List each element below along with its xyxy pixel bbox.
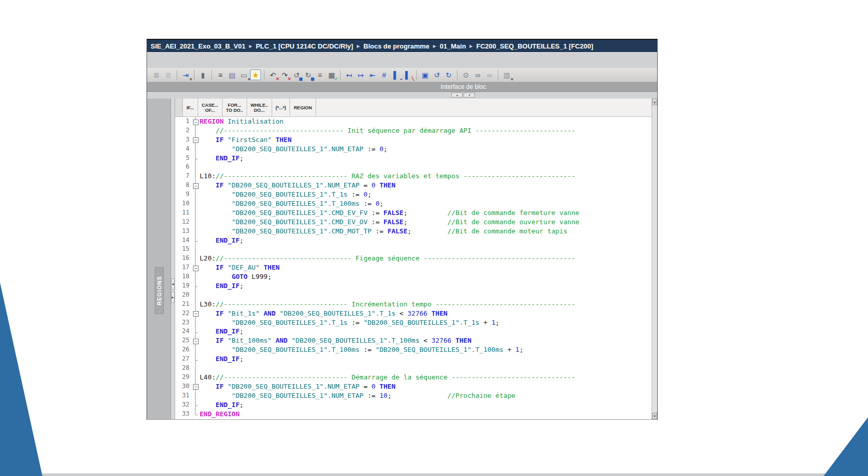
code-line[interactable]: 15 bbox=[175, 245, 652, 254]
code-line[interactable]: 30 IF "DB200_SEQ_BOUTEILLES_1".NUM_ETAP … bbox=[175, 382, 652, 391]
scl-code-editor[interactable]: 1REGION Initialisation2 //--------------… bbox=[175, 117, 652, 419]
code-line[interactable]: 14 END_IF; bbox=[175, 236, 652, 245]
code-line[interactable]: 2 //------------------------------ Init … bbox=[175, 126, 652, 135]
code-line[interactable]: 16L20://--------------------------------… bbox=[175, 254, 652, 263]
snippet-tab-label: WHILE.. bbox=[251, 103, 268, 108]
fold-toggle[interactable] bbox=[191, 336, 200, 345]
redo-icon[interactable]: ↷✕ bbox=[279, 69, 290, 80]
code-line[interactable]: 4 "DB200_SEQ_BOUTEILLES_1".NUM_ETAP := 0… bbox=[175, 145, 652, 154]
code-line[interactable]: 23 "DB200_SEQ_BOUTEILLES_1".T_1s := "DB2… bbox=[175, 318, 652, 327]
snippet-tab-case-of[interactable]: CASE...OF... bbox=[198, 99, 223, 116]
breadcrumb-item[interactable]: SIE_AEI_2021_Exo_03_B_V01 bbox=[151, 42, 246, 50]
snippet-tab-for-to-do[interactable]: FOR...TO DO.. bbox=[223, 99, 247, 116]
code-token: 0 bbox=[379, 145, 383, 153]
monitor-off-icon[interactable]: ∞ bbox=[484, 69, 495, 80]
outdent-icon[interactable]: ⇤ bbox=[367, 69, 378, 80]
compare-icon-glyph: ≡ bbox=[318, 72, 322, 79]
line-number: 4 bbox=[175, 145, 191, 154]
fold-toggle[interactable] bbox=[191, 263, 200, 272]
code-line[interactable]: 13 "DB200_SEQ_BOUTEILLES_1".CMD_MOT_TP :… bbox=[175, 227, 652, 236]
code-line[interactable]: 6 bbox=[175, 162, 652, 172]
breadcrumb-item[interactable]: Blocs de programme bbox=[364, 42, 429, 50]
fold-toggle[interactable] bbox=[191, 135, 200, 145]
snippet-tab-region[interactable]: REGION bbox=[290, 99, 316, 116]
insert-network-icon[interactable]: ≣ bbox=[151, 69, 162, 80]
fold-toggle[interactable] bbox=[191, 181, 200, 190]
sidebar-splitter[interactable]: ◀ ▶ bbox=[171, 99, 175, 419]
network-list-icon[interactable]: ≡ bbox=[215, 69, 226, 80]
unindent-icon[interactable]: ↤ bbox=[344, 69, 354, 80]
code-line[interactable]: 21L30://------------------------------- … bbox=[175, 300, 652, 309]
insert-row-icon[interactable]: ⇥± bbox=[180, 69, 191, 80]
next-error-icon[interactable]: ↻ bbox=[443, 69, 454, 80]
code-line[interactable]: 9 "DB200_SEQ_BOUTEILLES_1".T_1s := 0; bbox=[175, 190, 652, 199]
snippet-tab-comment[interactable]: (*...*) bbox=[272, 99, 291, 116]
regions-panel-tab[interactable]: REGIONS bbox=[155, 267, 164, 314]
code-line[interactable]: 29L40://------------------------------- … bbox=[175, 373, 652, 382]
code-token: "Bit_1s" bbox=[228, 310, 260, 317]
code-line[interactable]: 25 IF "Bit_100ms" AND "DB200_SEQ_BOUTEIL… bbox=[175, 336, 652, 345]
snippet-tab-while-do[interactable]: WHILE..DO... bbox=[247, 99, 272, 116]
insert-empty-network-icon[interactable]: ≣ bbox=[163, 69, 174, 80]
collapse-interface-button[interactable]: ▼ bbox=[464, 92, 475, 98]
find-icon[interactable]: ⊙ bbox=[461, 69, 471, 80]
download-changes-icon[interactable]: ↺▦ bbox=[291, 69, 302, 80]
code-token: END_IF bbox=[215, 154, 239, 162]
editor-toolbar: ≣≣⇥±▮≡▤▭±★↶✕↷✕↺▦↻▦≡▦✓↤↦⇤#▌₌▌╲▣↺↻⊙∞∞▥a bbox=[147, 68, 657, 82]
sidebar-expand-button[interactable]: ▶ bbox=[171, 292, 175, 303]
code-line[interactable]: 33END_REGION bbox=[175, 410, 652, 419]
vertical-scrollbar[interactable]: ▲ ▼ bbox=[652, 99, 657, 419]
code-line[interactable]: 7L10://------------------------------- R… bbox=[175, 172, 652, 181]
code-line[interactable]: 26 "DB200_SEQ_BOUTEILLES_1".T_100ms := "… bbox=[175, 345, 652, 354]
compile-icon[interactable]: ▦✓ bbox=[326, 69, 337, 80]
indent-icon[interactable]: ↦ bbox=[355, 69, 366, 80]
bookmark-icon[interactable]: ▌₌ bbox=[391, 69, 401, 80]
previous-error-icon[interactable]: ↺ bbox=[431, 69, 442, 80]
breadcrumb-item[interactable]: 01_Main bbox=[440, 42, 466, 50]
code-line[interactable]: 22 IF "Bit_1s" AND "DB200_SEQ_BOUTEILLES… bbox=[175, 309, 652, 318]
favorites-icon[interactable]: ★ bbox=[250, 69, 261, 80]
line-number: 32 bbox=[175, 400, 191, 410]
code-line[interactable]: 24 END_IF; bbox=[175, 327, 652, 336]
undo-icon[interactable]: ↶✕ bbox=[268, 69, 278, 80]
snapshot-icon[interactable]: ▥a bbox=[501, 69, 512, 80]
code-line[interactable]: 19 END_IF; bbox=[175, 281, 652, 291]
code-line[interactable]: 12 "DB200_SEQ_BOUTEILLES_1".CMD_EV_OV :=… bbox=[175, 218, 652, 227]
code-line[interactable]: 31 "DB200_SEQ_BOUTEILLES_1".NUM_ETAP := … bbox=[175, 391, 652, 400]
fold-toggle[interactable] bbox=[191, 309, 200, 318]
code-line[interactable]: 10 "DB200_SEQ_BOUTEILLES_1".T_100ms := 0… bbox=[175, 199, 652, 208]
code-line[interactable]: 18 GOTO L999; bbox=[175, 272, 652, 281]
sidebar-collapse-button[interactable]: ◀ bbox=[171, 278, 175, 290]
line-number: 1 bbox=[175, 117, 191, 126]
monitor-on-icon[interactable]: ∞ bbox=[472, 69, 483, 80]
code-line[interactable]: 20 bbox=[175, 291, 652, 300]
code-line[interactable]: 1REGION Initialisation bbox=[175, 117, 652, 126]
fold-toggle[interactable] bbox=[191, 117, 200, 126]
code-line[interactable]: 32 END_IF; bbox=[175, 400, 652, 410]
fold-toggle[interactable] bbox=[191, 382, 200, 391]
upload-changes-icon[interactable]: ↻▦ bbox=[303, 69, 314, 80]
block-call-icon[interactable]: ▮ bbox=[198, 69, 208, 80]
delete-bookmark-icon[interactable]: ▌╲ bbox=[402, 69, 413, 80]
scroll-up-button[interactable]: ▲ bbox=[652, 99, 657, 105]
breadcrumb-item[interactable]: PLC_1 [CPU 1214C DC/DC/Rly] bbox=[256, 42, 353, 50]
interface-splitter[interactable]: ▲ ▼ bbox=[147, 92, 657, 99]
open-data-block-icon[interactable]: ▤ bbox=[227, 69, 237, 80]
code-line[interactable]: 5 END_IF; bbox=[175, 154, 652, 163]
code-line[interactable]: 11 "DB200_SEQ_BOUTEILLES_1".CMD_EV_FV :=… bbox=[175, 208, 652, 218]
code-line[interactable]: 8 IF "DB200_SEQ_BOUTEILLES_1".NUM_ETAP =… bbox=[175, 181, 652, 190]
scroll-down-button[interactable]: ▼ bbox=[652, 413, 657, 419]
code-line[interactable]: 27 END_IF; bbox=[175, 354, 652, 364]
compare-icon[interactable]: ≡ bbox=[315, 69, 325, 80]
code-line[interactable]: 17 IF "DEF_AU" THEN bbox=[175, 263, 652, 272]
expand-interface-button[interactable]: ▲ bbox=[451, 92, 463, 98]
comments-icon[interactable]: ▭± bbox=[238, 69, 249, 80]
code-line[interactable]: 3 IF "FirstScan" THEN bbox=[175, 135, 652, 145]
go-to-definition-icon[interactable]: ▣ bbox=[420, 69, 430, 80]
breadcrumb-item[interactable]: FC200_SEQ_BOUTEILLES_1 [FC200] bbox=[476, 42, 593, 50]
snippet-tab-if[interactable]: IF... bbox=[183, 99, 198, 116]
code-token: IF bbox=[215, 136, 224, 144]
format-code-icon[interactable]: # bbox=[379, 69, 390, 80]
block-interface-bar[interactable]: Interface de bloc bbox=[147, 82, 657, 92]
code-line[interactable]: 28 bbox=[175, 364, 652, 373]
